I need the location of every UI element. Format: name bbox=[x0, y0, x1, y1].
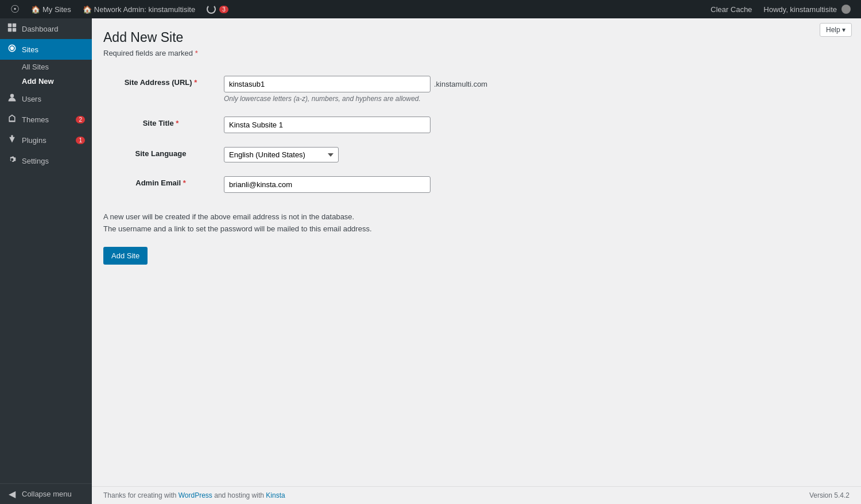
collapse-label: Collapse menu bbox=[22, 490, 72, 498]
howdy-label: Howdy, kinstamultisite bbox=[763, 5, 837, 14]
site-title-req-star: * bbox=[176, 119, 179, 127]
admin-email-label-cell: Admin Email * bbox=[103, 169, 218, 200]
admin-email-row: Admin Email * bbox=[103, 169, 620, 200]
url-field-wrap: .kinstamulti.com bbox=[224, 76, 614, 92]
sites-icon bbox=[7, 44, 17, 55]
footer-wordpress-link[interactable]: WordPress bbox=[179, 491, 212, 499]
svg-rect-2 bbox=[8, 28, 11, 32]
sidebar-item-users[interactable]: Users bbox=[0, 88, 92, 109]
site-address-label: Site Address (URL) bbox=[125, 78, 192, 87]
site-title-input[interactable] bbox=[224, 117, 430, 133]
site-title-label: Site Title bbox=[143, 119, 174, 127]
footer-kinsta-link[interactable]: Kinsta bbox=[266, 491, 285, 499]
site-language-label: Site Language bbox=[135, 149, 187, 158]
all-sites-label: All Sites bbox=[22, 63, 49, 71]
users-icon bbox=[7, 93, 17, 104]
footer-version: Version 5.4.2 bbox=[809, 491, 850, 499]
site-language-row: Site Language English (United States)Eng… bbox=[103, 140, 620, 169]
site-address-req-star: * bbox=[194, 78, 197, 87]
required-note-text: Required fields are marked bbox=[103, 49, 193, 57]
updates-button[interactable]: 3 bbox=[201, 0, 234, 18]
info-note: A new user will be created if the above … bbox=[103, 211, 534, 235]
settings-label: Settings bbox=[22, 157, 49, 165]
add-site-label: Add Site bbox=[111, 251, 139, 260]
form-table: Site Address (URL) * .kinstamulti.com On… bbox=[103, 69, 620, 200]
my-sites-label: My Sites bbox=[42, 5, 71, 14]
svg-point-4 bbox=[10, 94, 14, 98]
network-admin-button[interactable]: 🏠 Network Admin: kinstamultisite bbox=[77, 0, 201, 18]
footer: Thanks for creating with WordPress and h… bbox=[92, 486, 861, 504]
site-address-input[interactable] bbox=[224, 76, 430, 92]
plugins-badge: 1 bbox=[76, 137, 85, 144]
url-suffix: .kinstamulti.com bbox=[434, 80, 487, 88]
settings-icon bbox=[7, 155, 17, 166]
themes-icon bbox=[7, 114, 17, 125]
network-admin-label: Network Admin: kinstamultisite bbox=[94, 5, 195, 14]
update-count-badge: 3 bbox=[219, 6, 228, 13]
plugins-label: Plugins bbox=[22, 136, 46, 145]
admin-bar: ☉ 🏠 My Sites 🏠 Network Admin: kinstamult… bbox=[0, 0, 861, 18]
site-address-field-cell: .kinstamulti.com Only lowercase letters … bbox=[218, 69, 620, 110]
themes-badge: 2 bbox=[76, 116, 85, 123]
svg-rect-3 bbox=[13, 28, 16, 32]
required-note: Required fields are marked * bbox=[103, 49, 850, 57]
avatar bbox=[841, 5, 851, 14]
sidebar-item-add-new[interactable]: Add New bbox=[0, 74, 92, 88]
my-sites-icon: 🏠 bbox=[31, 5, 40, 14]
svg-rect-0 bbox=[8, 24, 11, 27]
updates-icon bbox=[207, 5, 216, 14]
site-title-label-cell: Site Title * bbox=[103, 110, 218, 140]
required-star: * bbox=[195, 49, 198, 57]
sidebar-item-all-sites[interactable]: All Sites bbox=[0, 60, 92, 74]
site-address-row: Site Address (URL) * .kinstamulti.com On… bbox=[103, 69, 620, 110]
sidebar-collapse-button[interactable]: ◀ Collapse menu bbox=[0, 483, 92, 504]
clear-cache-button[interactable]: Clear Cache bbox=[705, 0, 758, 18]
admin-email-field-cell bbox=[218, 169, 620, 200]
help-label: Help ▾ bbox=[826, 26, 846, 34]
wp-logo-icon: ☉ bbox=[10, 3, 20, 15]
url-hint: Only lowercase letters (a-z), numbers, a… bbox=[224, 95, 614, 103]
collapse-icon: ◀ bbox=[7, 489, 17, 499]
sidebar-item-themes[interactable]: Themes 2 bbox=[0, 109, 92, 130]
add-new-label: Add New bbox=[22, 77, 54, 86]
site-language-select[interactable]: English (United States)English (UK)Frenc… bbox=[224, 147, 339, 162]
admin-email-label: Admin Email bbox=[135, 179, 181, 187]
admin-email-req-star: * bbox=[183, 179, 186, 187]
sidebar-item-settings[interactable]: Settings bbox=[0, 150, 92, 171]
network-admin-icon: 🏠 bbox=[83, 5, 92, 14]
users-label: Users bbox=[22, 95, 41, 103]
sidebar-item-dashboard[interactable]: Dashboard bbox=[0, 18, 92, 39]
dashboard-label: Dashboard bbox=[22, 25, 59, 33]
main-content: Help ▾ Add New Site Required fields are … bbox=[92, 18, 861, 504]
content-wrap: Add New Site Required fields are marked … bbox=[92, 18, 861, 486]
sidebar: Dashboard Sites All Sites Add New Users … bbox=[0, 18, 92, 504]
footer-and: and hosting with bbox=[214, 491, 266, 499]
plugins-icon bbox=[7, 134, 17, 146]
help-button[interactable]: Help ▾ bbox=[820, 23, 852, 37]
themes-label: Themes bbox=[22, 115, 49, 124]
howdy-button[interactable]: Howdy, kinstamultisite bbox=[758, 0, 856, 18]
page-title: Add New Site bbox=[103, 30, 850, 45]
sidebar-item-sites[interactable]: Sites bbox=[0, 39, 92, 60]
wp-logo-button[interactable]: ☉ bbox=[5, 0, 25, 18]
site-title-row: Site Title * bbox=[103, 110, 620, 140]
add-site-button[interactable]: Add Site bbox=[103, 247, 148, 265]
sites-label: Sites bbox=[22, 45, 38, 54]
sidebar-item-plugins[interactable]: Plugins 1 bbox=[0, 130, 92, 150]
admin-email-input[interactable] bbox=[224, 176, 430, 193]
site-address-label-cell: Site Address (URL) * bbox=[103, 69, 218, 110]
dashboard-icon bbox=[7, 23, 17, 34]
footer-thanks: Thanks for creating with bbox=[103, 491, 179, 499]
svg-rect-1 bbox=[13, 24, 16, 27]
site-language-field-cell: English (United States)English (UK)Frenc… bbox=[218, 140, 620, 169]
info-line2: The username and a link to set the passw… bbox=[103, 223, 534, 235]
site-language-label-cell: Site Language bbox=[103, 140, 218, 169]
info-line1: A new user will be created if the above … bbox=[103, 211, 534, 223]
footer-text: Thanks for creating with WordPress and h… bbox=[103, 491, 285, 499]
clear-cache-label: Clear Cache bbox=[711, 5, 752, 14]
my-sites-button[interactable]: 🏠 My Sites bbox=[25, 0, 77, 18]
site-title-field-cell bbox=[218, 110, 620, 140]
